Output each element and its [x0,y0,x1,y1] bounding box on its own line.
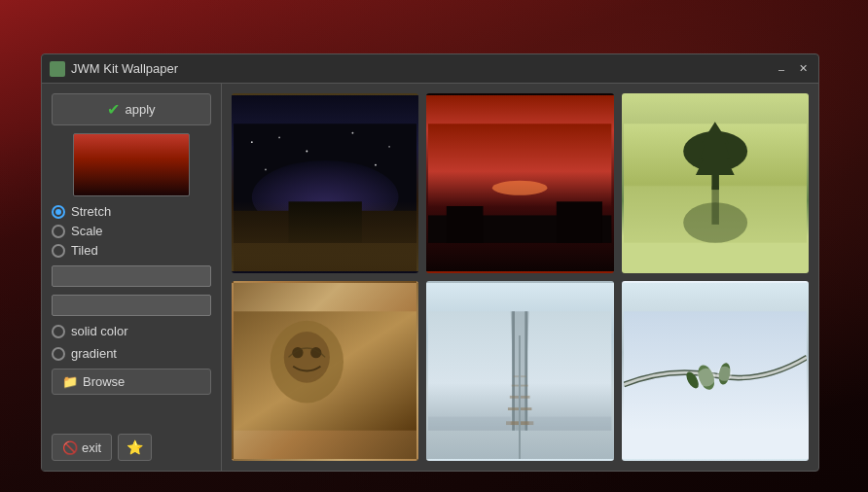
scale-label: Scale [71,224,103,238]
gradient-label: gradient [71,346,117,361]
svg-rect-18 [711,152,719,191]
svg-point-7 [351,132,353,134]
close-button[interactable]: ✕ [795,61,811,77]
svg-point-8 [388,146,390,148]
window-icon [50,61,65,77]
svg-point-1 [252,160,399,233]
apply-button[interactable]: ✔ apply [52,93,211,125]
apply-label: apply [125,102,155,117]
exit-label: exit [82,440,101,455]
exit-button[interactable]: 🚫 exit [52,434,112,461]
svg-point-43 [717,367,732,381]
titlebar: JWM Kit Wallpaper – ✕ [42,54,818,84]
solid-color-option[interactable]: solid color [52,324,211,338]
star-button[interactable]: ⭐ [118,434,152,461]
gradient-option[interactable]: gradient [52,346,211,361]
svg-point-42 [697,369,715,387]
wallpaper-item-2[interactable] [426,93,613,273]
svg-rect-15 [557,201,602,242]
svg-point-6 [306,151,307,153]
svg-rect-2 [234,211,416,243]
tiled-option[interactable]: Tiled [52,243,211,258]
svg-point-9 [375,164,377,166]
svg-point-24 [284,332,330,383]
preview-thumbnail [73,133,190,196]
color-input-2[interactable] [52,295,211,316]
svg-point-19 [683,131,747,171]
scale-option[interactable]: Scale [52,224,211,238]
svg-rect-37 [529,417,612,431]
gradient-radio[interactable] [52,347,65,361]
wallpaper-grid [222,84,818,471]
tiled-label: Tiled [71,243,98,258]
minimize-button[interactable]: – [774,61,789,77]
solid-color-radio[interactable] [52,325,65,338]
bottom-buttons: 🚫 exit ⭐ [52,434,211,461]
mode-radio-group: Stretch Scale Tiled [52,204,211,258]
svg-point-10 [265,168,267,170]
window-title: JWM Kit Wallpaper [71,61,774,76]
wallpaper-item-3[interactable] [622,93,809,273]
check-icon: ✔ [107,100,120,119]
svg-rect-34 [512,385,528,387]
svg-rect-14 [447,206,484,243]
solid-color-label: solid color [71,324,128,338]
svg-rect-35 [514,375,526,377]
wallpaper-item-1[interactable] [232,93,418,273]
browse-button[interactable]: 📁 Browse [52,369,211,395]
window-body: ✔ apply Stretch Scale Tiled [42,84,818,471]
svg-point-4 [251,141,253,143]
browse-icon: 📁 [62,374,78,389]
svg-rect-36 [428,417,511,431]
browse-label: Browse [83,374,125,389]
stretch-label: Stretch [71,204,111,219]
svg-rect-3 [288,201,361,242]
stretch-option[interactable]: Stretch [52,204,211,219]
svg-rect-33 [510,396,530,399]
sidebar: ✔ apply Stretch Scale Tiled [42,84,222,471]
tiled-radio[interactable] [52,244,65,258]
color-input-1[interactable] [52,265,211,287]
svg-point-5 [278,136,280,138]
wallpaper-item-5[interactable] [426,281,613,461]
stretch-radio[interactable] [52,205,65,219]
scale-radio[interactable] [52,225,65,238]
svg-point-21 [683,202,747,242]
wallpaper-item-6[interactable] [622,281,809,461]
titlebar-buttons: – ✕ [774,61,811,77]
exit-icon: 🚫 [62,440,78,455]
wallpaper-item-4[interactable] [232,281,418,461]
main-window: JWM Kit Wallpaper – ✕ ✔ apply Stretch Sc… [41,53,819,472]
svg-point-12 [492,181,547,195]
svg-rect-32 [508,407,531,410]
